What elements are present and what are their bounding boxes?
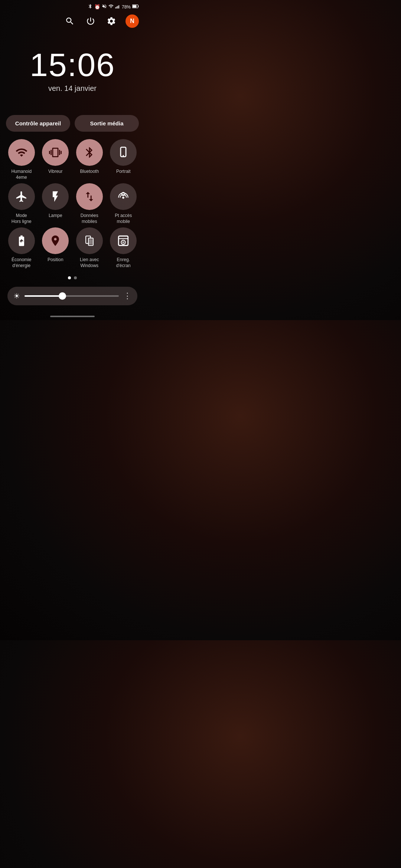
tile-battery-saver[interactable]: Économied'énergie xyxy=(6,227,37,269)
battery-icon xyxy=(132,4,139,10)
svg-rect-1 xyxy=(116,7,117,9)
battery-saver-tile-circle xyxy=(8,227,35,254)
brightness-bar[interactable]: ☀ ⋮ xyxy=(7,287,137,305)
tile-bluetooth-label: Bluetooth xyxy=(80,169,99,175)
tile-windows-link[interactable]: Lien avecWindows xyxy=(74,227,105,269)
tile-airplane-label: ModeHors ligne xyxy=(12,213,32,224)
signal-icon xyxy=(115,4,120,10)
tile-location[interactable]: Position xyxy=(40,227,71,269)
tile-wifi[interactable]: Humanoid4eme xyxy=(6,139,37,180)
svg-rect-0 xyxy=(115,7,116,9)
wifi-icon xyxy=(108,4,114,10)
tiles-grid: Humanoid4eme Vibreur Bluetooth Portrait xyxy=(6,139,139,269)
media-output-button[interactable]: Sortie média xyxy=(75,115,139,132)
user-avatar[interactable]: N xyxy=(125,14,139,28)
clock-date: ven. 14 janvier xyxy=(0,84,145,93)
tile-vibrate-label: Vibreur xyxy=(48,169,62,175)
page-dot-1 xyxy=(68,276,71,279)
page-dot-2 xyxy=(74,276,77,279)
tile-bluetooth[interactable]: Bluetooth xyxy=(74,139,105,180)
tile-airplane[interactable]: ModeHors ligne xyxy=(6,183,37,224)
power-button[interactable] xyxy=(84,14,97,28)
tile-location-label: Position xyxy=(48,257,63,263)
hotspot-tile-circle xyxy=(110,183,137,210)
portrait-tile-circle xyxy=(110,139,137,166)
page-dots xyxy=(6,276,139,279)
svg-point-17 xyxy=(122,241,124,244)
svg-point-10 xyxy=(122,197,124,199)
brightness-icon: ☀ xyxy=(13,292,20,300)
quick-settings: Contrôle appareil Sortie média Humanoid4… xyxy=(0,115,145,311)
vibrate-tile-circle xyxy=(42,139,69,166)
svg-rect-5 xyxy=(138,6,139,7)
tile-vibrate[interactable]: Vibreur xyxy=(40,139,71,180)
device-control-row: Contrôle appareil Sortie média xyxy=(6,115,139,132)
brightness-fill xyxy=(25,295,62,297)
tile-wifi-label: Humanoid4eme xyxy=(11,169,32,180)
home-indicator xyxy=(0,311,145,320)
brightness-more-button[interactable]: ⋮ xyxy=(123,291,131,301)
tile-screen-record-label: Enreg.d'écran xyxy=(116,257,131,269)
airplane-tile-circle xyxy=(8,183,35,210)
clock-area: 15:06 ven. 14 janvier xyxy=(0,34,145,115)
tile-flashlight-label: Lampe xyxy=(49,213,62,219)
tile-portrait-label: Portrait xyxy=(116,169,131,175)
tile-screen-record[interactable]: Enreg.d'écran xyxy=(108,227,139,269)
tile-battery-saver-label: Économied'énergie xyxy=(12,257,31,269)
tile-windows-link-label: Lien avecWindows xyxy=(80,257,99,269)
screen-record-tile-circle xyxy=(110,227,137,254)
brightness-thumb[interactable] xyxy=(59,292,66,300)
svg-rect-13 xyxy=(89,239,92,244)
mute-icon xyxy=(102,4,107,10)
clock-time: 15:06 xyxy=(0,49,145,81)
wifi-tile-circle xyxy=(8,139,35,166)
home-bar xyxy=(50,316,95,317)
data-tile-circle xyxy=(76,183,103,210)
device-control-button[interactable]: Contrôle appareil xyxy=(6,115,70,132)
bluetooth-tile-circle xyxy=(76,139,103,166)
tile-portrait[interactable]: Portrait xyxy=(108,139,139,180)
alarm-icon: ⏰ xyxy=(94,4,100,10)
top-actions: N xyxy=(0,11,145,34)
tile-data-label: Donnéesmobiles xyxy=(81,213,98,224)
settings-button[interactable] xyxy=(105,14,118,28)
tile-hotspot-label: Pt accèsmobile xyxy=(115,213,132,224)
svg-rect-3 xyxy=(118,5,119,9)
windows-link-tile-circle xyxy=(76,227,103,254)
tile-data[interactable]: Donnéesmobiles xyxy=(74,183,105,224)
location-tile-circle xyxy=(42,227,69,254)
battery-level: 78% xyxy=(122,4,131,10)
flashlight-tile-circle xyxy=(42,183,69,210)
svg-rect-2 xyxy=(117,6,118,9)
svg-point-8 xyxy=(123,155,124,156)
bluetooth-icon xyxy=(88,4,93,10)
search-button[interactable] xyxy=(63,14,76,28)
status-bar: ⏰ 78% xyxy=(0,0,145,11)
brightness-track[interactable] xyxy=(25,295,119,297)
tile-flashlight[interactable]: Lampe xyxy=(40,183,71,224)
svg-rect-6 xyxy=(133,5,137,8)
tile-hotspot[interactable]: Pt accèsmobile xyxy=(108,183,139,224)
